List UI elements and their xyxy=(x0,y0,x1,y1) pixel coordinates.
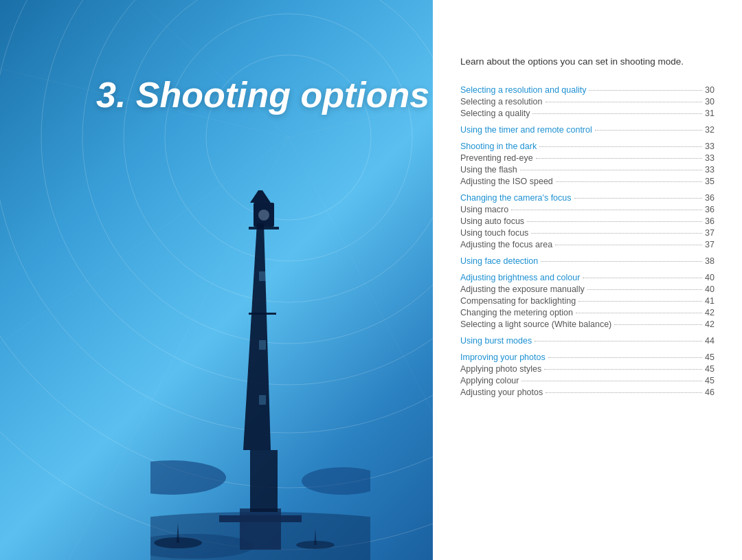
svg-rect-27 xyxy=(259,395,266,405)
svg-marker-19 xyxy=(243,223,271,450)
toc-item: Compensating for backlighting41 xyxy=(460,296,715,306)
toc-entry-text: Applying photo styles xyxy=(460,364,541,374)
toc-entry-text: Using the timer and remote control xyxy=(460,125,592,135)
toc-heading[interactable]: Using the timer and remote control32 xyxy=(460,125,715,135)
toc-item: Using macro36 xyxy=(460,205,715,214)
svg-point-32 xyxy=(150,460,226,495)
toc-page-number: 45 xyxy=(705,352,715,362)
toc-page-number: 33 xyxy=(705,153,715,163)
toc-heading[interactable]: Selecting a resolution and quality30 xyxy=(460,85,715,95)
toc-item: Using auto focus36 xyxy=(460,216,715,226)
toc-dots xyxy=(546,102,703,102)
svg-rect-16 xyxy=(240,508,281,550)
toc-dots xyxy=(555,245,702,245)
chapter-title: 3. Shooting options xyxy=(96,76,429,115)
toc-dots xyxy=(521,381,702,381)
toc-page-number: 36 xyxy=(705,216,715,226)
toc-dots xyxy=(583,278,702,278)
toc-entry-text: Shooting in the dark xyxy=(460,142,537,151)
toc-item: Selecting a light source (White balance)… xyxy=(460,320,715,329)
toc-page-number: 37 xyxy=(705,228,715,238)
toc-item: Adjusting the exposure manually40 xyxy=(460,284,715,294)
toc-entry-text: Improving your photos xyxy=(460,352,546,362)
toc-dots xyxy=(589,90,702,91)
toc-page-number: 36 xyxy=(705,205,715,214)
toc-page-number: 40 xyxy=(705,284,715,294)
toc-dots xyxy=(520,170,702,170)
right-panel: Learn about the options you can set in s… xyxy=(433,0,742,560)
svg-point-22 xyxy=(258,210,269,221)
toc-heading[interactable]: Shooting in the dark33 xyxy=(460,142,715,151)
toc-entry-text: Using the flash xyxy=(460,165,517,175)
toc-page-number: 33 xyxy=(705,165,715,175)
toc-page-number: 44 xyxy=(705,336,715,346)
toc-page-number: 33 xyxy=(705,142,715,151)
svg-rect-25 xyxy=(259,271,266,281)
toc-entry-text: Using auto focus xyxy=(460,216,524,226)
toc-dots xyxy=(578,301,702,302)
toc-dots xyxy=(536,158,702,159)
toc-entry-text: Applying colour xyxy=(460,376,519,385)
svg-rect-24 xyxy=(249,313,276,315)
toc-page-number: 45 xyxy=(705,364,715,374)
toc-heading[interactable]: Improving your photos45 xyxy=(460,352,715,362)
svg-rect-17 xyxy=(219,515,302,522)
toc-dots xyxy=(539,146,702,147)
toc-entry-text: Preventing red-eye xyxy=(460,153,533,163)
toc-dots xyxy=(595,130,702,131)
toc-item: Applying colour45 xyxy=(460,376,715,385)
toc-entry-text: Selecting a light source (White balance) xyxy=(460,320,611,329)
toc-item: Adjusting your photos46 xyxy=(460,388,715,397)
toc-heading[interactable]: Changing the camera's focus36 xyxy=(460,193,715,203)
toc-item: Adjusting the focus area37 xyxy=(460,240,715,249)
toc-entry-text: Selecting a quality xyxy=(460,109,530,118)
toc-page-number: 41 xyxy=(705,296,715,306)
toc-dots xyxy=(548,357,702,358)
toc-entry-text: Using macro xyxy=(460,205,508,214)
toc-page-number: 35 xyxy=(705,177,715,186)
toc-page-number: 45 xyxy=(705,376,715,385)
toc-item: Adjusting the ISO speed35 xyxy=(460,177,715,186)
toc-item: Using the flash33 xyxy=(460,165,715,175)
toc-item: Using touch focus37 xyxy=(460,228,715,238)
toc-entry-text: Adjusting the ISO speed xyxy=(460,177,553,186)
toc-dots xyxy=(532,113,702,114)
toc-entry-text: Adjusting the focus area xyxy=(460,240,552,249)
toc-dots xyxy=(546,392,702,393)
toc-heading[interactable]: Using burst modes44 xyxy=(460,336,715,346)
toc-item: Applying photo styles45 xyxy=(460,364,715,374)
toc-heading[interactable]: Adjusting brightness and colour40 xyxy=(460,273,715,282)
toc-page-number: 46 xyxy=(705,388,715,397)
toc-item: Selecting a resolution30 xyxy=(460,97,715,107)
toc-dots xyxy=(614,324,702,325)
toc-dots xyxy=(541,261,702,262)
toc-entry-text: Changing the camera's focus xyxy=(460,193,572,203)
toc-page-number: 37 xyxy=(705,240,715,249)
toc-entry-text: Using burst modes xyxy=(460,336,532,346)
toc-entry-text: Using face detection xyxy=(460,256,538,266)
toc-dots xyxy=(556,181,702,182)
toc-heading[interactable]: Using face detection38 xyxy=(460,256,715,266)
svg-rect-18 xyxy=(250,450,278,512)
left-panel: 3. Shooting options xyxy=(0,0,433,560)
toc-page-number: 42 xyxy=(705,308,715,317)
toc-page-number: 32 xyxy=(705,125,715,135)
toc-entry-text: Adjusting your photos xyxy=(460,388,543,397)
toc-dots xyxy=(535,341,702,341)
toc-entry-text: Selecting a resolution and quality xyxy=(460,85,586,95)
toc-dots xyxy=(527,221,702,222)
toc-entry-text: Compensating for backlighting xyxy=(460,296,576,306)
toc-page-number: 30 xyxy=(705,97,715,107)
svg-rect-26 xyxy=(259,340,266,350)
toc-dots xyxy=(574,198,703,199)
toc-dots xyxy=(511,210,702,210)
toc-dots xyxy=(576,313,702,313)
toc-item: Selecting a quality31 xyxy=(460,109,715,118)
toc-entry-text: Using touch focus xyxy=(460,228,528,238)
toc-entry-text: Selecting a resolution xyxy=(460,97,543,107)
toc-page-number: 36 xyxy=(705,193,715,203)
toc-entry-text: Adjusting the exposure manually xyxy=(460,284,585,294)
toc-item: Changing the metering option42 xyxy=(460,308,715,317)
intro-text: Learn about the options you can set in s… xyxy=(460,55,715,69)
svg-point-33 xyxy=(302,467,370,495)
